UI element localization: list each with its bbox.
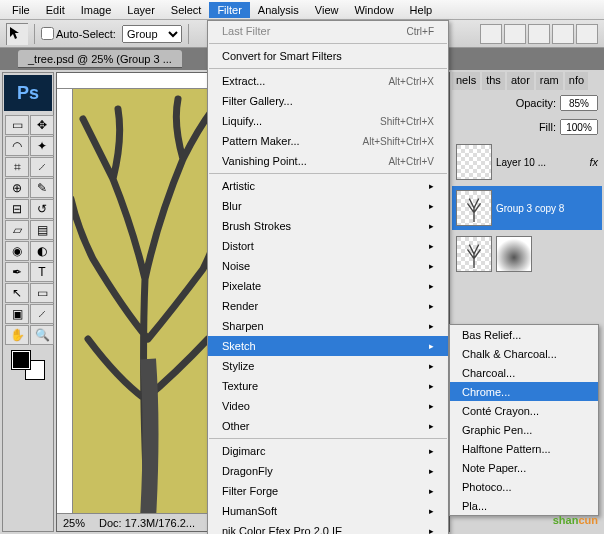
layer-row[interactable] [452, 232, 602, 276]
panel-tab[interactable]: ram [536, 72, 563, 90]
crop-tool[interactable]: ⌗ [5, 157, 29, 177]
menu-item-smart-filters[interactable]: Convert for Smart Filters [208, 46, 448, 66]
layer-thumbnail[interactable] [456, 236, 492, 272]
menu-item-dragonfly[interactable]: DragonFly [208, 461, 448, 481]
submenu-item-chalk-charcoal[interactable]: Chalk & Charcoal... [450, 344, 598, 363]
fill-input[interactable] [560, 119, 598, 135]
color-swatches[interactable] [3, 347, 53, 383]
fx-badge[interactable]: fx [589, 156, 598, 168]
align-icon[interactable] [480, 24, 502, 44]
layer-name[interactable]: Group 3 copy 8 [496, 203, 598, 214]
layer-thumbnail[interactable] [456, 144, 492, 180]
menu-image[interactable]: Image [73, 2, 120, 18]
menu-item-blur[interactable]: Blur [208, 196, 448, 216]
menu-item-nik-color-efex[interactable]: nik Color Efex Pro 2.0 IE [208, 521, 448, 534]
submenu-item-note-paper[interactable]: Note Paper... [450, 458, 598, 477]
menu-item-digimarc[interactable]: Digimarc [208, 441, 448, 461]
separator [188, 24, 189, 44]
menu-layer[interactable]: Layer [119, 2, 163, 18]
align-icons [480, 24, 598, 44]
pen-tool[interactable]: ✒ [5, 262, 29, 282]
menu-item-humansoft[interactable]: HumanSoft [208, 501, 448, 521]
submenu-item-halftone-pattern[interactable]: Halftone Pattern... [450, 439, 598, 458]
submenu-item-bas-relief[interactable]: Bas Relief... [450, 325, 598, 344]
blur-tool[interactable]: ◉ [5, 241, 29, 261]
menu-item-pattern-maker[interactable]: Pattern Maker...Alt+Shift+Ctrl+X [208, 131, 448, 151]
layer-row[interactable]: Layer 10 ... fx [452, 140, 602, 184]
move-tool-icon[interactable] [6, 23, 28, 45]
auto-select-input[interactable] [41, 27, 54, 40]
eraser-tool[interactable]: ▱ [5, 220, 29, 240]
menu-window[interactable]: Window [346, 2, 401, 18]
opacity-row: Opacity: [452, 92, 602, 114]
opacity-input[interactable] [560, 95, 598, 111]
fill-label: Fill: [539, 121, 556, 133]
panel-tab[interactable]: nfo [565, 72, 588, 90]
menu-item-liquify[interactable]: Liquify...Shift+Ctrl+X [208, 111, 448, 131]
menu-item-render[interactable]: Render [208, 296, 448, 316]
menu-analysis[interactable]: Analysis [250, 2, 307, 18]
menu-item-filter-forge[interactable]: Filter Forge [208, 481, 448, 501]
submenu-item-charcoal[interactable]: Charcoal... [450, 363, 598, 382]
type-tool[interactable]: T [30, 262, 54, 282]
stamp-tool[interactable]: ⊟ [5, 199, 29, 219]
auto-select-checkbox[interactable]: Auto-Select: [41, 27, 116, 40]
brush-tool[interactable]: ✎ [30, 178, 54, 198]
hand-tool[interactable]: ✋ [5, 325, 29, 345]
align-icon[interactable] [528, 24, 550, 44]
foreground-color[interactable] [12, 351, 30, 369]
menu-item-filter-gallery[interactable]: Filter Gallery... [208, 91, 448, 111]
shape-tool[interactable]: ▭ [30, 283, 54, 303]
path-tool[interactable]: ↖ [5, 283, 29, 303]
menu-item-sharpen[interactable]: Sharpen [208, 316, 448, 336]
notes-tool[interactable]: ▣ [5, 304, 29, 324]
move-tool[interactable]: ✥ [30, 115, 54, 135]
menu-item-vanishing-point[interactable]: Vanishing Point...Alt+Ctrl+V [208, 151, 448, 171]
zoom-level[interactable]: 25% [63, 517, 85, 529]
menu-item-artistic[interactable]: Artistic [208, 176, 448, 196]
dodge-tool[interactable]: ◐ [30, 241, 54, 261]
menu-item-texture[interactable]: Texture [208, 376, 448, 396]
layer-mask-thumbnail[interactable] [496, 236, 532, 272]
submenu-item-chrome[interactable]: Chrome... [450, 382, 598, 401]
menu-item-brush-strokes[interactable]: Brush Strokes [208, 216, 448, 236]
menu-filter[interactable]: Filter [209, 2, 249, 18]
menu-item-pixelate[interactable]: Pixelate [208, 276, 448, 296]
menu-item-extract[interactable]: Extract...Alt+Ctrl+X [208, 71, 448, 91]
panel-tab[interactable]: ths [482, 72, 505, 90]
layer-name[interactable]: Layer 10 ... [496, 157, 585, 168]
slice-tool[interactable]: ⟋ [30, 157, 54, 177]
submenu-item-conte-crayon[interactable]: Conté Crayon... [450, 401, 598, 420]
document-tab[interactable]: _tree.psd @ 25% (Group 3 ... [18, 50, 182, 68]
menu-select[interactable]: Select [163, 2, 210, 18]
menu-edit[interactable]: Edit [38, 2, 73, 18]
auto-select-dropdown[interactable]: Group [122, 25, 182, 43]
history-brush-tool[interactable]: ↺ [30, 199, 54, 219]
menu-file[interactable]: File [4, 2, 38, 18]
align-icon[interactable] [552, 24, 574, 44]
layer-thumbnail[interactable] [456, 190, 492, 226]
panel-tab[interactable]: ator [507, 72, 534, 90]
align-icon[interactable] [504, 24, 526, 44]
marquee-tool[interactable]: ▭ [5, 115, 29, 135]
eyedropper-tool[interactable]: ⟋ [30, 304, 54, 324]
heal-tool[interactable]: ⊕ [5, 178, 29, 198]
menu-item-noise[interactable]: Noise [208, 256, 448, 276]
lasso-tool[interactable]: ◠ [5, 136, 29, 156]
layer-row[interactable]: Group 3 copy 8 [452, 186, 602, 230]
submenu-item-photocopy[interactable]: Photoco... [450, 477, 598, 496]
align-icon[interactable] [576, 24, 598, 44]
panel-tabs: nels ths ator ram nfo [452, 72, 602, 90]
menu-item-other[interactable]: Other [208, 416, 448, 436]
menu-view[interactable]: View [307, 2, 347, 18]
wand-tool[interactable]: ✦ [30, 136, 54, 156]
menu-item-distort[interactable]: Distort [208, 236, 448, 256]
menu-item-stylize[interactable]: Stylize [208, 356, 448, 376]
menu-help[interactable]: Help [402, 2, 441, 18]
menu-item-sketch[interactable]: Sketch [208, 336, 448, 356]
menu-item-video[interactable]: Video [208, 396, 448, 416]
panel-tab[interactable]: nels [452, 72, 480, 90]
gradient-tool[interactable]: ▤ [30, 220, 54, 240]
zoom-tool[interactable]: 🔍 [30, 325, 54, 345]
submenu-item-graphic-pen[interactable]: Graphic Pen... [450, 420, 598, 439]
